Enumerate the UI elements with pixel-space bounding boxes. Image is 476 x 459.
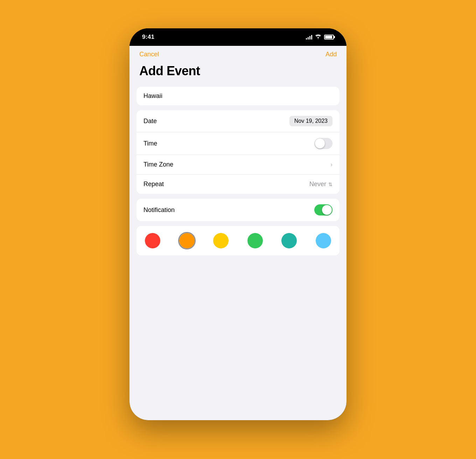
date-label: Date (144, 118, 157, 125)
timezone-value-container: › (330, 161, 332, 168)
status-icons (306, 34, 334, 40)
time-toggle-knob (315, 139, 325, 148)
color-orange[interactable] (179, 233, 195, 248)
event-name-input[interactable]: Hawaii (144, 92, 162, 99)
repeat-label: Repeat (144, 181, 164, 188)
color-red[interactable] (145, 233, 160, 248)
color-picker-card (136, 226, 340, 255)
wifi-icon (315, 34, 321, 40)
notification-row[interactable]: Notification (136, 199, 340, 221)
form-container: Hawaii Date Nov 19, 2023 Time (130, 87, 346, 255)
chevron-right-icon: › (330, 161, 332, 168)
page-title-section: Add Event (130, 61, 346, 87)
color-yellow[interactable] (213, 233, 229, 248)
date-badge[interactable]: Nov 19, 2023 (289, 116, 332, 126)
content-area: Cancel Add Add Event Hawaii Date (130, 46, 346, 420)
notification-card: Notification (136, 199, 340, 221)
nav-bar: Cancel Add (130, 46, 346, 61)
date-row[interactable]: Date Nov 19, 2023 (136, 110, 340, 132)
phone-wrapper: 9:41 (128, 28, 348, 431)
timezone-label: Time Zone (144, 161, 173, 168)
notification-label: Notification (144, 206, 175, 214)
date-value-container[interactable]: Nov 19, 2023 (289, 116, 332, 126)
updown-arrows-icon: ⇅ (328, 182, 332, 187)
repeat-value: Never (309, 181, 326, 188)
repeat-value-container[interactable]: Never ⇅ (309, 181, 332, 188)
status-bar: 9:41 (130, 28, 346, 46)
details-card: Date Nov 19, 2023 Time Time (136, 110, 340, 194)
timezone-row[interactable]: Time Zone › (136, 155, 340, 174)
signal-icon (306, 35, 312, 40)
cancel-button[interactable]: Cancel (139, 51, 159, 58)
battery-icon (324, 35, 334, 40)
phone-frame: 9:41 (130, 28, 346, 420)
time-label: Time (144, 140, 157, 147)
time-row[interactable]: Time (136, 132, 340, 155)
page-title: Add Event (139, 64, 200, 78)
add-button[interactable]: Add (326, 51, 337, 58)
color-blue[interactable] (316, 233, 331, 248)
color-green[interactable] (247, 233, 263, 248)
notification-toggle-knob (322, 205, 332, 215)
color-teal[interactable] (281, 233, 297, 248)
time-toggle[interactable] (314, 138, 332, 149)
repeat-row[interactable]: Repeat Never ⇅ (136, 174, 340, 194)
event-name-card[interactable]: Hawaii (136, 87, 340, 105)
notification-toggle[interactable] (314, 204, 332, 216)
status-time: 9:41 (142, 34, 154, 41)
